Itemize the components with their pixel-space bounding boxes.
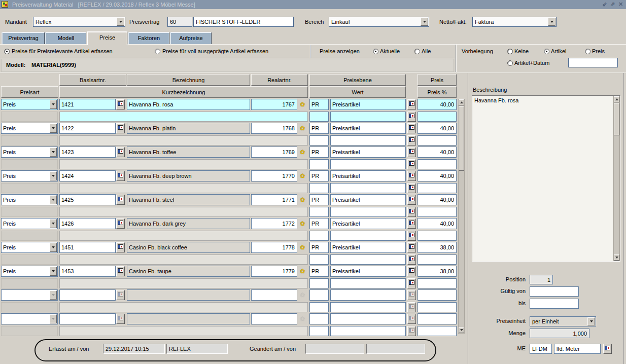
radio-preisrelevante[interactable]: [4, 49, 10, 54]
preisebene-field[interactable]: [309, 183, 329, 193]
scroll-down-icon[interactable]: [614, 254, 619, 261]
preisebene-field[interactable]: PR: [309, 170, 329, 181]
preis-field[interactable]: [418, 326, 457, 336]
bis-field[interactable]: [530, 299, 579, 309]
mandant-select[interactable]: Reflex: [33, 17, 125, 27]
preis-field[interactable]: [418, 278, 457, 288]
wert-field[interactable]: Preisartikel: [330, 194, 406, 205]
lov-button[interactable]: [407, 171, 416, 181]
dropdown-icon[interactable]: [50, 219, 57, 228]
preisart-select[interactable]: Preis: [1, 242, 58, 253]
lov-button[interactable]: [407, 147, 416, 157]
preisebene-field[interactable]: [309, 278, 329, 288]
preisart-select[interactable]: Preis: [1, 266, 58, 277]
netto-select[interactable]: Faktura: [472, 17, 557, 27]
wert-field[interactable]: Preisartikel: [330, 218, 406, 229]
wert-field[interactable]: Preisartikel: [330, 147, 406, 158]
beschreibung-scrollbar[interactable]: [613, 96, 620, 261]
wert-field[interactable]: Preisartikel: [330, 99, 406, 110]
dropdown-icon[interactable]: [50, 124, 57, 133]
wert-field[interactable]: [330, 254, 406, 265]
dropdown-icon[interactable]: [50, 148, 57, 157]
wert-field[interactable]: [330, 135, 406, 145]
lov-button[interactable]: [116, 123, 125, 133]
preisart-select[interactable]: Preis: [1, 123, 58, 134]
lov-button[interactable]: [407, 135, 416, 145]
preisart-select[interactable]: [1, 313, 58, 324]
radio-keine[interactable]: [507, 49, 513, 54]
lov-button[interactable]: [116, 171, 125, 181]
dropdown-icon[interactable]: [50, 100, 57, 109]
gueltig-von-field[interactable]: [530, 286, 579, 297]
basisartnr-field[interactable]: [59, 289, 116, 301]
preisart-select[interactable]: Preis: [1, 99, 58, 110]
datum-input[interactable]: [568, 58, 618, 67]
preisebene-field[interactable]: [309, 302, 329, 312]
col-header-preisart[interactable]: Preisart: [1, 86, 58, 98]
preisebene-field[interactable]: [309, 207, 329, 217]
realartnr-field[interactable]: 1772: [251, 218, 297, 229]
scroll-up-icon[interactable]: [614, 96, 619, 102]
preis-field[interactable]: 40,00: [418, 123, 457, 134]
wert-field[interactable]: [330, 159, 406, 169]
col-header-preis-pct[interactable]: Preis %: [418, 86, 457, 98]
lov-button[interactable]: [407, 314, 416, 324]
preisart-select[interactable]: [1, 289, 58, 301]
lov-button[interactable]: [407, 326, 416, 336]
realartnr-field[interactable]: 1778: [251, 242, 297, 253]
wert-field[interactable]: Preisartikel: [330, 266, 406, 277]
preisebene-field[interactable]: [309, 326, 329, 336]
tab-preisvertrag[interactable]: Preisvertrag: [2, 32, 45, 44]
preisebene-field[interactable]: PR: [309, 99, 329, 110]
preis-field[interactable]: 40,00: [418, 194, 457, 205]
realartnr-field[interactable]: [251, 289, 297, 301]
preiseinheit-select[interactable]: per Einheit: [530, 316, 596, 326]
preis-field[interactable]: [418, 254, 457, 265]
preisvertrag-nr-field[interactable]: 60: [167, 17, 192, 27]
dropdown-icon[interactable]: [50, 267, 57, 276]
lov-button[interactable]: [407, 207, 416, 217]
preisart-select[interactable]: Preis: [1, 170, 58, 181]
dropdown-icon[interactable]: [50, 243, 57, 252]
lov-button[interactable]: [116, 266, 125, 276]
grid-scrollbar[interactable]: [458, 99, 465, 334]
me-text-field[interactable]: lfd. Meter: [554, 344, 601, 354]
dropdown-icon[interactable]: [548, 18, 555, 26]
preisart-select[interactable]: Preis: [1, 218, 58, 229]
preisart-select[interactable]: Preis: [1, 147, 58, 158]
basisartnr-field[interactable]: 1426: [59, 218, 116, 229]
lov-button[interactable]: [116, 314, 125, 324]
realartnr-field[interactable]: [251, 313, 297, 324]
preisebene-field[interactable]: PR: [309, 147, 329, 158]
preis-field[interactable]: 40,00: [418, 218, 457, 229]
preis-field[interactable]: [418, 207, 457, 217]
radio-aktuelle[interactable]: [373, 49, 378, 54]
basisartnr-field[interactable]: 1422: [59, 123, 116, 134]
lov-button[interactable]: [603, 344, 612, 354]
preisebene-field[interactable]: PR: [309, 266, 329, 277]
col-header-basisartnr[interactable]: Basisartnr.: [59, 74, 126, 86]
lov-button[interactable]: [116, 290, 125, 300]
restore-icon[interactable]: ⇗: [609, 1, 616, 8]
basisartnr-field[interactable]: 1451: [59, 242, 116, 253]
preisvertrag-name-field[interactable]: FISCHER STOFF-LEDER: [193, 17, 294, 27]
col-header-wert[interactable]: Wert: [309, 86, 406, 98]
lov-button[interactable]: [407, 278, 416, 288]
radio-alle[interactable]: [414, 49, 420, 54]
wert-field[interactable]: [330, 231, 406, 241]
preisebene-field[interactable]: PR: [309, 218, 329, 229]
preisebene-field[interactable]: PR: [309, 242, 329, 253]
wert-field[interactable]: Preisartikel: [330, 170, 406, 181]
wert-field[interactable]: [330, 207, 406, 217]
lov-button[interactable]: [116, 219, 125, 229]
tab-aufpreise[interactable]: Aufpreise: [170, 32, 212, 44]
bereich-select[interactable]: Einkauf: [329, 17, 429, 27]
preisebene-field[interactable]: [309, 135, 329, 145]
lov-button[interactable]: [116, 242, 125, 252]
basisartnr-field[interactable]: [59, 313, 116, 324]
realartnr-field[interactable]: 1768: [251, 123, 297, 134]
preis-field[interactable]: [418, 313, 457, 324]
preis-field[interactable]: [418, 289, 457, 301]
lov-button[interactable]: [407, 231, 416, 241]
radio-artikel-datum[interactable]: [507, 60, 513, 66]
